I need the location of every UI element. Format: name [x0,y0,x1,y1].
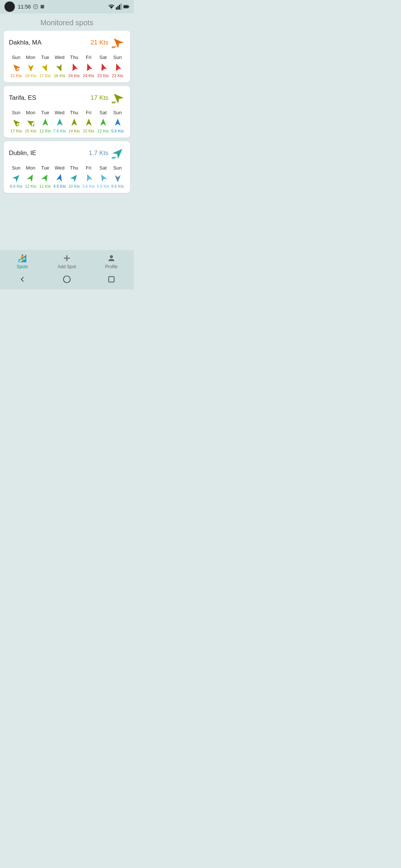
day-speed: 14 Kts [68,129,80,133]
day-col-0[interactable]: Sun 21 Kts [9,55,23,78]
svg-text:🏄: 🏄 [18,254,27,263]
profile-icon [106,253,117,263]
nav-add-spot[interactable]: Add Spot [45,253,89,269]
day-label: Sat [100,110,107,115]
day-col-2[interactable]: Tue 11 Kts [38,165,52,188]
status-right-icons [108,4,129,10]
day-col-3[interactable]: Wed 16 Kts [52,55,67,78]
svg-marker-55 [84,173,92,182]
day-label: Wed [55,55,65,60]
system-nav [0,271,134,289]
svg-point-62 [63,276,70,283]
day-speed: 12 Kts [39,129,51,133]
day-label: Sun [12,110,20,115]
svg-text:⊘: ⊘ [35,5,37,8]
wind-arrow [98,173,108,183]
svg-rect-6 [119,5,120,10]
day-col-5[interactable]: Fri 15 Kts [81,110,96,133]
day-speed: 23 Kts [112,73,123,78]
day-label: Mon [26,110,35,115]
day-col-2[interactable]: Tue 17 Kts [38,55,52,78]
svg-marker-56 [98,173,107,182]
day-label: Wed [55,165,65,171]
wind-arrow [11,62,22,73]
svg-rect-2 [40,5,44,8]
days-row: Sun 21 KtsMon 18 KtsTue 17 KtsWed 16 Kts… [9,55,125,78]
wind-arrow [55,62,65,73]
day-speed: 11 Kts [39,184,51,188]
wind-arrow [69,62,79,73]
day-speed: 17 Kts [10,129,22,133]
spot-card-2[interactable]: Dublin, IE1.7 Kts Sun 8.6 KtsMon 12 KtsT… [4,141,130,193]
spot-card-0[interactable]: Dakhla, MA21 Kts Sun 21 KtsMon 18 KtsTue… [4,31,130,82]
day-col-4[interactable]: Thu 10 Kts [67,165,81,188]
svg-marker-19 [56,64,63,72]
svg-marker-57 [115,175,121,182]
content: Dakhla, MA21 Kts Sun 21 KtsMon 18 KtsTue… [0,31,134,250]
home-button[interactable] [61,274,72,285]
spot-header: Tarifa, ES17 Kts [9,91,125,105]
day-col-1[interactable]: Mon 15 Kts [23,110,38,133]
bottom-nav: 🏄 Spots Add Spot Profile [0,250,134,271]
wind-arrow [26,118,36,128]
day-col-7[interactable]: Sun 5.8 Kts [110,110,125,133]
wind-arrow [84,62,94,73]
day-label: Sun [113,55,122,60]
day-col-5[interactable]: Fri 3.6 Kts [81,165,96,188]
svg-marker-35 [11,118,20,127]
page-title: Monitored spots [0,13,134,31]
day-speed: 12 Kts [25,184,36,188]
svg-marker-54 [70,173,79,182]
day-label: Tue [41,110,49,115]
wind-arrow [98,62,108,73]
svg-marker-42 [57,119,63,126]
day-col-3[interactable]: Wed 7.6 Kts [52,110,67,133]
spot-header: Dublin, IE1.7 Kts [9,147,125,160]
day-speed: 15 Kts [83,129,94,133]
day-col-6[interactable]: Sat 5.9 Kts [96,165,110,188]
svg-rect-10 [124,6,128,8]
day-col-0[interactable]: Sun 17 Kts [9,110,23,133]
recents-button[interactable] [106,274,117,285]
day-col-5[interactable]: Fri 24 Kts [81,55,96,78]
back-button[interactable] [17,274,28,285]
wind-arrow [69,118,79,128]
wind-arrow [11,118,22,128]
day-col-2[interactable]: Tue 12 Kts [38,110,52,133]
day-col-6[interactable]: Sat 12 Kts [96,110,110,133]
day-label: Thu [70,110,78,115]
day-label: Sat [100,55,107,60]
day-speed: 24 Kts [68,73,80,78]
day-col-7[interactable]: Sun 8.6 Kts [110,165,125,188]
day-col-6[interactable]: Sat 23 Kts [96,55,110,78]
spots-icon: 🏄 [17,253,27,263]
profile-label: Profile [105,264,118,269]
day-col-1[interactable]: Mon 18 Kts [23,55,38,78]
day-col-3[interactable]: Wed 4.5 Kts [52,165,67,188]
spot-current-wind: 1.7 Kts [89,149,108,157]
day-col-4[interactable]: Thu 24 Kts [67,55,81,78]
days-row: Sun 17 KtsMon 15 KtsTue 12 KtsWed 7.6 Kt… [9,110,125,133]
nav-profile[interactable]: Profile [89,253,134,269]
svg-marker-51 [27,173,35,182]
svg-point-61 [110,255,113,258]
day-label: Tue [41,55,49,60]
wind-arrow [84,173,94,183]
wind-arrow [55,118,65,128]
day-speed: 8.6 Kts [10,184,22,188]
svg-marker-14 [11,62,20,72]
spot-card-1[interactable]: Tarifa, ES17 Kts Sun 17 KtsMon 15 KtsTue… [4,86,130,138]
day-col-7[interactable]: Sun 23 Kts [110,55,125,78]
nav-spots[interactable]: 🏄 Spots [0,253,45,269]
day-speed: 7.6 Kts [53,129,66,133]
day-col-4[interactable]: Thu 14 Kts [67,110,81,133]
day-label: Sun [113,110,122,115]
wind-arrow [98,118,108,128]
status-bar: 11:56 ⊘ [0,0,134,13]
day-col-1[interactable]: Mon 12 Kts [23,165,38,188]
day-label: Mon [26,55,35,60]
svg-marker-50 [12,173,21,182]
day-speed: 24 Kts [83,73,94,78]
day-col-0[interactable]: Sun 8.6 Kts [9,165,23,188]
day-label: Sun [12,55,20,60]
